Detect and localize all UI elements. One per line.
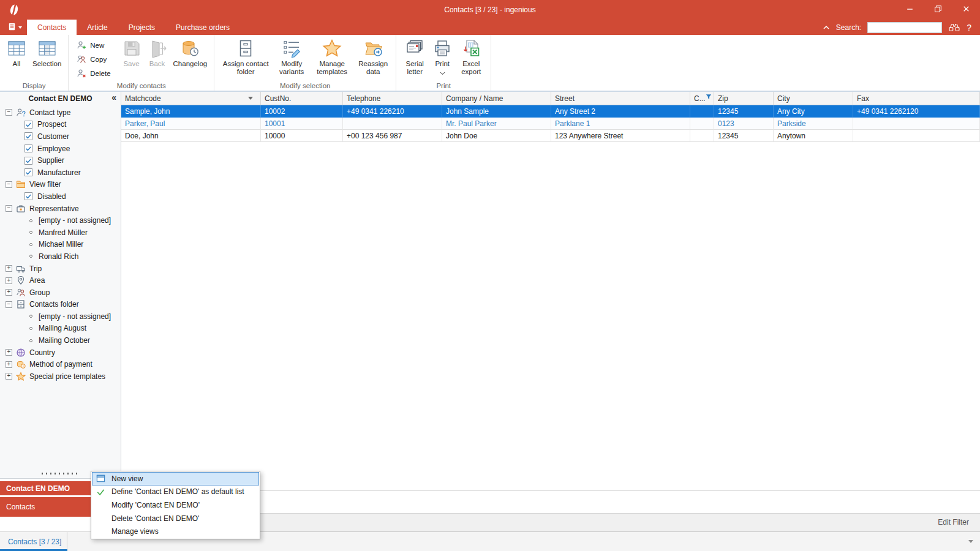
menu-item-new-view[interactable]: New view [92, 472, 259, 485]
menu-item-manage-views[interactable]: Manage views [92, 525, 259, 538]
grid-row[interactable]: Parker, Paul10001Mr. Paul ParkerParklane… [121, 118, 980, 130]
tree-item-manufacturer[interactable]: Manufacturer [0, 167, 121, 179]
tree-item-mailing-october[interactable]: Mailing October [0, 334, 121, 347]
menu-item-delete-contact-en-demo[interactable]: Delete 'Contact EN DEMO' [92, 512, 259, 525]
expand-icon[interactable]: + [6, 361, 12, 368]
tree-item-contact-type[interactable]: −Contact type [0, 107, 121, 119]
checkbox-checked-icon[interactable] [24, 121, 32, 129]
briefcase-icon [16, 204, 26, 214]
filter-icon[interactable] [706, 94, 712, 100]
menu-item-modify-contact-en-demo[interactable]: Modify 'Contact EN DEMO' [92, 498, 259, 512]
ribbon-button-modify-variants[interactable]: Modify variants [275, 38, 308, 77]
ribbon-button-copy[interactable]: Copy [72, 52, 115, 66]
checkbox-checked-icon[interactable] [24, 132, 32, 140]
expand-icon[interactable]: + [6, 373, 12, 380]
ribbon-button-changelog[interactable]: Changelog [172, 38, 209, 69]
person-add-icon [77, 40, 86, 50]
dropdown-arrow-icon[interactable] [968, 540, 973, 543]
ribbon-button-delete[interactable]: Delete [72, 66, 115, 80]
ribbon-button-save[interactable]: Save [121, 38, 143, 69]
ribbon-group-modify-selection: Assign contact folderModify variantsMana… [214, 35, 396, 91]
minimize-button[interactable] [895, 0, 924, 20]
grid-cell: 12345 [714, 130, 774, 142]
tab-projects[interactable]: Projects [118, 20, 165, 35]
tree-item-label: Representative [29, 204, 79, 213]
dropdown-chevron-icon [440, 69, 445, 77]
chevrons-left-icon[interactable]: « [111, 92, 116, 102]
tree-item-view-filter[interactable]: −View filter [0, 179, 121, 191]
checkbox-checked-icon[interactable] [24, 192, 32, 200]
tree-item-method-of-payment[interactable]: +Method of payment [0, 358, 121, 370]
tree-item-empty-not-assigned[interactable]: [empty - not assigned] [0, 214, 121, 227]
tree-item-trip[interactable]: +Trip [0, 263, 121, 275]
tree-item-customer[interactable]: Customer [0, 130, 121, 143]
menu-item-define-contact-en-demo-as-default-list[interactable]: Define 'Contact EN DEMO' as default list [92, 485, 259, 499]
expand-icon[interactable]: + [6, 277, 12, 284]
search-input[interactable] [867, 22, 942, 33]
tree-item-mailing-august[interactable]: Mailing August [0, 323, 121, 335]
close-button[interactable] [952, 0, 980, 20]
tree-item-employee[interactable]: Employee [0, 143, 121, 155]
tree-item-supplier[interactable]: Supplier [0, 154, 121, 167]
table-all-icon [7, 39, 26, 58]
ribbon-button-selection[interactable]: Selection [31, 38, 62, 69]
column-header-city[interactable]: City [774, 92, 853, 105]
tree-item-representative[interactable]: −Representative [0, 203, 121, 215]
tree-item-group[interactable]: +Group [0, 287, 121, 299]
tree-item-prospect[interactable]: Prospect [0, 119, 121, 131]
grid-row[interactable]: Doe, John10000+00 123 456 987John Doe123… [121, 130, 980, 142]
tree-item-area[interactable]: +Area [0, 274, 121, 287]
expand-icon[interactable]: + [6, 289, 12, 296]
checkbox-checked-icon[interactable] [24, 157, 32, 165]
ribbon-button-serial-letter[interactable]: Serial letter [402, 38, 428, 77]
tree-item-michael-miller[interactable]: Michael Miller [0, 239, 121, 251]
ribbon-button-assign-contact-folder[interactable]: Assign contact folder [220, 38, 271, 77]
expand-icon[interactable]: + [6, 265, 12, 272]
chevron-up-icon[interactable] [823, 25, 830, 30]
column-header-custno[interactable]: CustNo. [261, 92, 343, 105]
ribbon-button-reassign-data[interactable]: Reassign data [356, 38, 390, 77]
collapse-icon[interactable]: − [6, 301, 12, 308]
tree-item-special-price-templates[interactable]: +Special price templates [0, 370, 121, 383]
menu-item-label: Define 'Contact EN DEMO' as default list [111, 487, 244, 496]
expand-icon[interactable]: + [6, 349, 12, 356]
column-header-matchcode[interactable]: Matchcode [121, 92, 261, 105]
tree-item-manfred-m-ller[interactable]: Manfred Müller [0, 227, 121, 239]
column-header-zip[interactable]: Zip [714, 92, 774, 105]
collapse-icon[interactable]: − [6, 109, 12, 116]
tab-article[interactable]: Article [77, 20, 118, 35]
ribbon-button-back[interactable]: Back [146, 38, 168, 69]
ribbon-button-manage-templates[interactable]: Manage templates [312, 38, 352, 77]
tree-item-contacts-folder[interactable]: −Contacts folder [0, 299, 121, 311]
tree-item-country[interactable]: +Country [0, 347, 121, 359]
ribbon-button-print[interactable]: Print [431, 38, 453, 78]
collapse-icon[interactable]: − [6, 181, 12, 188]
checkbox-checked-icon[interactable] [24, 168, 32, 176]
column-header-fax[interactable]: Fax [853, 92, 980, 105]
coins-icon [16, 359, 26, 369]
column-header-street[interactable]: Street [551, 92, 690, 105]
ribbon-button-all[interactable]: All [6, 38, 28, 69]
tree-item-disabled[interactable]: Disabled [0, 190, 121, 203]
tab-purchase-orders[interactable]: Purchase orders [165, 20, 240, 35]
ribbon-button-excel-export[interactable]: Excel export [457, 38, 485, 77]
tab-contacts[interactable]: Contacts [27, 20, 77, 35]
grid-row[interactable]: Sample, John10002+49 0341 226210John Sam… [121, 105, 980, 118]
tree-item-empty-not-assigned[interactable]: [empty - not assigned] [0, 310, 121, 323]
collapse-icon[interactable]: − [6, 205, 12, 212]
app-menu-button[interactable] [2, 20, 27, 35]
edit-filter-button[interactable]: Edit Filter [938, 518, 969, 527]
column-header-company-name[interactable]: Company / Name [442, 92, 551, 105]
tree-item-ronald-rich[interactable]: Ronald Rich [0, 250, 121, 263]
column-header-c[interactable]: C... [690, 92, 714, 105]
grid-cell: Any Street 2 [551, 105, 690, 118]
checkbox-checked-icon[interactable] [24, 144, 32, 152]
view-context-menu: New viewDefine 'Contact EN DEMO' as defa… [91, 471, 260, 539]
ribbon-button-new[interactable]: New [72, 38, 115, 52]
bullet-icon [29, 243, 32, 246]
help-icon[interactable]: ? [967, 23, 971, 32]
tab-contacts-document[interactable]: Contacts [3 / 23] [0, 532, 67, 551]
restore-button[interactable] [924, 0, 952, 20]
column-header-telephone[interactable]: Telephone [343, 92, 442, 105]
binoculars-icon[interactable] [948, 23, 960, 32]
